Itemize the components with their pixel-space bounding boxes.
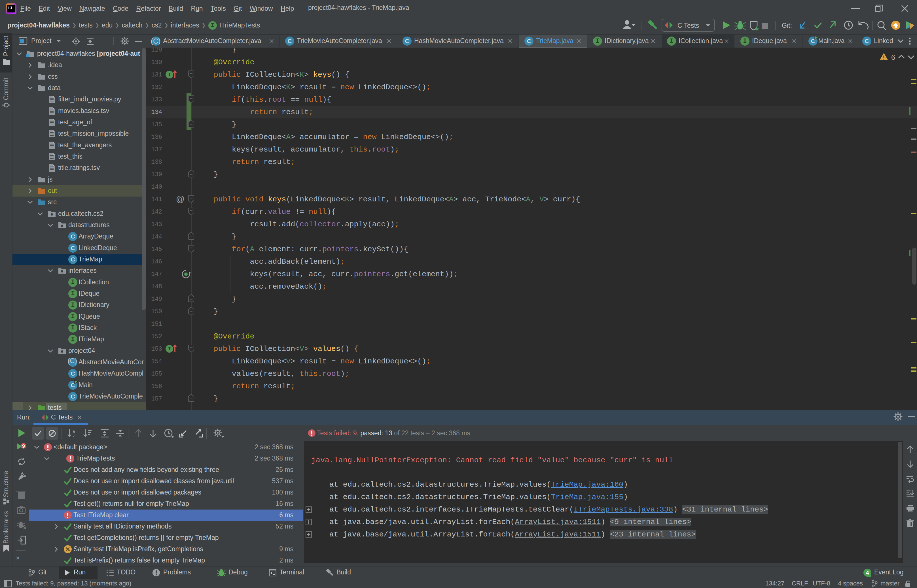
svg-text:a: a — [73, 429, 75, 434]
svg-text:Git:: Git: — [782, 22, 792, 29]
svg-text:9: 9 — [22, 444, 25, 449]
svg-text:6: 6 — [891, 53, 895, 61]
svg-text:z: z — [73, 433, 75, 438]
svg-text:C Tests: C Tests — [677, 22, 699, 29]
svg-text:4: 4 — [866, 570, 869, 576]
